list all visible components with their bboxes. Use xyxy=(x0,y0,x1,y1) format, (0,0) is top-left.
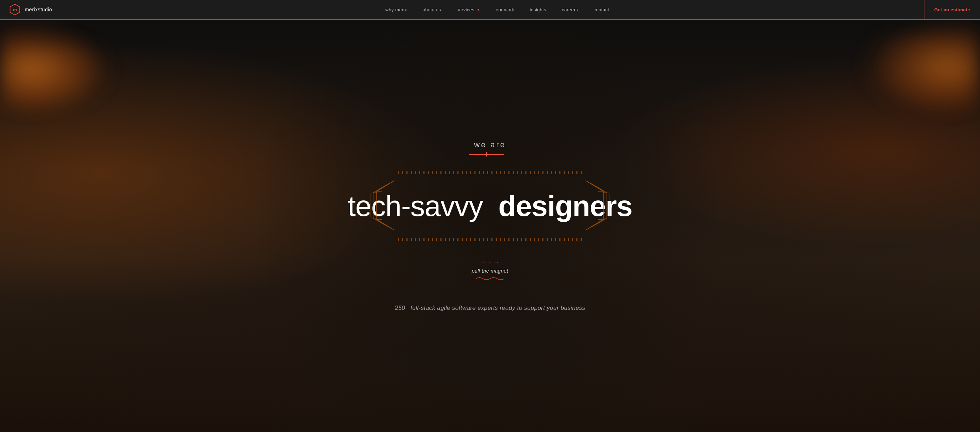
nav-link-insights[interactable]: insights xyxy=(522,0,554,19)
arrow-left-icon: ← xyxy=(481,258,487,266)
logo-text: merixstudio xyxy=(25,7,52,13)
magnet-wave xyxy=(476,276,504,283)
svg-text:m: m xyxy=(13,8,17,13)
nav-link-our-work[interactable]: our work xyxy=(488,0,522,19)
arrow-right-icon: → xyxy=(493,258,499,266)
magnet-section: ← ─ → pull the magnet xyxy=(472,258,508,283)
hex-left-decoration xyxy=(370,177,401,235)
we-are-divider xyxy=(469,152,511,156)
magnet-arrows: ← ─ → xyxy=(481,258,499,266)
logo[interactable]: m merixstudio xyxy=(0,3,71,16)
logo-icon: m xyxy=(8,3,21,16)
cloud-right2 xyxy=(860,35,973,113)
divider-line-right xyxy=(487,154,504,155)
we-are-section: we are xyxy=(469,140,511,156)
hero-content: we are xyxy=(370,120,610,312)
cloud-left2 xyxy=(7,43,113,113)
hex-frame-container: tech-savvy designers xyxy=(370,167,610,245)
nav-link-careers[interactable]: careers xyxy=(554,0,585,19)
hero-section: we are xyxy=(0,0,980,432)
we-are-label: we are xyxy=(474,140,506,150)
nav-link-contact[interactable]: contact xyxy=(585,0,617,19)
nav-link-about-us[interactable]: about us xyxy=(415,0,449,19)
dots-decoration-bottom xyxy=(398,238,582,241)
dots-decoration-top xyxy=(398,171,582,174)
divider-line-left xyxy=(469,154,486,155)
navbar: m merixstudio why merix about us service… xyxy=(0,0,980,20)
hex-right-decoration xyxy=(579,177,610,235)
get-estimate-button[interactable]: Get an estimate xyxy=(924,0,980,19)
services-dropdown-arrow: ▼ xyxy=(477,8,480,12)
hero-title-bold: designers xyxy=(498,190,632,222)
hero-subtext: 250+ full-stack agile software experts r… xyxy=(395,304,585,312)
hero-title-light: tech-savvy xyxy=(348,190,483,222)
nav-link-why-merix[interactable]: why merix xyxy=(377,0,415,19)
nav-links: why merix about us services ▼ our work i… xyxy=(71,0,924,19)
arrow-separator: ─ xyxy=(488,260,491,264)
magnet-label: pull the magnet xyxy=(472,268,508,274)
divider-center-tick xyxy=(486,152,487,156)
nav-link-services[interactable]: services ▼ xyxy=(449,0,488,19)
